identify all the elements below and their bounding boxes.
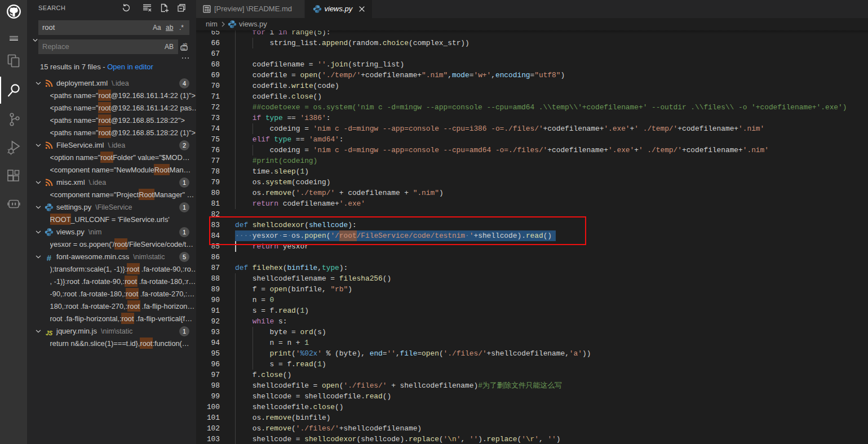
svg-text:bc: bc — [182, 47, 185, 50]
svg-text:ab: ab — [183, 42, 187, 46]
